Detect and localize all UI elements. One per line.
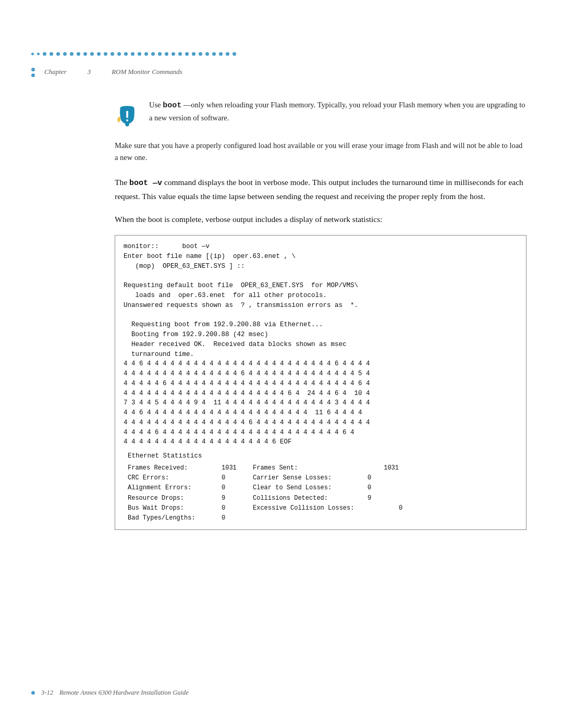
body-paragraph-1: The boot —v command displays the boot in… [115, 176, 527, 203]
stat-label: Alignment Errors: [128, 483, 222, 493]
dot [43, 52, 46, 56]
dot [172, 52, 175, 56]
dot [104, 52, 107, 56]
dot [131, 52, 134, 56]
stat-label: CRC Errors: [128, 473, 222, 483]
dot [70, 52, 74, 56]
dot [138, 52, 141, 56]
stats-section: Ethernet Statistics Frames Received: 103… [124, 451, 518, 523]
main-content: Use boot —only when reloading your Flash… [115, 99, 527, 546]
dot [117, 52, 121, 56]
caution-block: Use boot —only when reloading your Flash… [115, 99, 527, 128]
dot [185, 52, 189, 56]
left-dots [31, 68, 35, 77]
left-dot [31, 68, 35, 71]
stat-val: 1031 [368, 463, 399, 473]
caution-icon [115, 100, 140, 127]
stat-label: Clear to Send Losses: [253, 483, 368, 493]
stat-val: 9 [222, 493, 253, 503]
note-block: Make sure that you have a properly confi… [115, 140, 527, 164]
stat-val: 1031 [222, 463, 253, 473]
chapter-label: Chapter [44, 68, 67, 76]
dot [124, 52, 128, 56]
dot [111, 52, 114, 56]
stats-row: Bus Wait Drops: 0 Excessive Collision Lo… [128, 503, 518, 513]
caution-line1: Use boot —only when reloading your Flash… [149, 99, 527, 124]
chapter-header: Chapter 3 ROM Monitor Commands [44, 68, 182, 76]
stat-label: Frames Sent: [253, 463, 368, 473]
dot [37, 53, 40, 55]
body-paragraph-2: When the boot is complete, verbose outpu… [115, 213, 527, 226]
dot [178, 52, 182, 56]
footer-dot [31, 691, 35, 695]
stat-val: 0 [399, 503, 430, 513]
dot [158, 52, 162, 56]
dot [212, 52, 216, 56]
footer-page-num: 3-12 [41, 689, 53, 697]
dot [165, 52, 168, 56]
stat-label: Resource Drops: [128, 493, 222, 503]
stat-val: 0 [222, 473, 253, 483]
dot [77, 52, 80, 56]
chapter-number: 3 [88, 68, 91, 76]
stat-val: 0 [222, 513, 253, 523]
note-text: Make sure that you have a properly confi… [115, 140, 527, 164]
svg-rect-2 [126, 111, 128, 118]
stats-row: Bad Types/Lengths: 0 [128, 513, 518, 523]
stat-val: 0 [222, 483, 253, 493]
dot [97, 52, 101, 56]
dot [219, 52, 223, 56]
dot [63, 52, 67, 56]
body-cmd: boot —v [129, 179, 162, 188]
svg-point-1 [125, 122, 129, 126]
stat-label: Bus Wait Drops: [128, 503, 222, 513]
stat-val: 9 [368, 493, 399, 503]
dot [31, 53, 34, 55]
stats-table: Frames Received: 1031 Frames Sent: 1031 … [124, 463, 518, 523]
footer: 3-12 Remote Annex 6300 Hardware Installa… [31, 689, 532, 697]
stat-label: Carrier Sense Losses: [253, 473, 368, 483]
caution-text: Use boot —only when reloading your Flash… [149, 99, 527, 128]
stat-val: 0 [222, 503, 253, 513]
dot [151, 52, 155, 56]
stat-label: Bad Types/Lengths: [128, 513, 222, 523]
code-content: monitor:: boot —v Enter boot file name [… [124, 242, 518, 447]
stats-title: Ethernet Statistics [124, 451, 518, 461]
footer-title: Remote Annex 6300 Hardware Installation … [59, 689, 189, 697]
stats-row: CRC Errors: 0 Carrier Sense Losses: 0 [128, 473, 518, 483]
dot [90, 52, 94, 56]
stat-val: 0 [368, 473, 399, 483]
stat-label: Frames Received: [128, 463, 222, 473]
dot [144, 52, 148, 56]
code-box: monitor:: boot —v Enter boot file name [… [115, 235, 527, 530]
dot [83, 52, 87, 56]
stats-row: Resource Drops: 9 Collisions Detected: 9 [128, 493, 518, 503]
dot [56, 52, 60, 56]
chapter-title: ROM Monitor Commands [112, 68, 182, 76]
stat-val: 0 [368, 483, 399, 493]
dot [226, 52, 229, 56]
dot [199, 52, 202, 56]
stats-row: Frames Received: 1031 Frames Sent: 1031 [128, 463, 518, 473]
svg-rect-3 [126, 119, 128, 121]
dot [232, 52, 236, 56]
stat-label: Collisions Detected: [253, 493, 368, 503]
dot [205, 52, 209, 56]
dot [50, 52, 53, 56]
stat-label: Excessive Collision Losses: [253, 503, 399, 513]
caution-cmd: boot [163, 101, 181, 110]
page: Chapter 3 ROM Monitor Commands [0, 0, 563, 728]
top-dots-row [31, 52, 532, 56]
dot [192, 52, 195, 56]
stats-row: Alignment Errors: 0 Clear to Send Losses… [128, 483, 518, 493]
left-dot [31, 73, 35, 77]
